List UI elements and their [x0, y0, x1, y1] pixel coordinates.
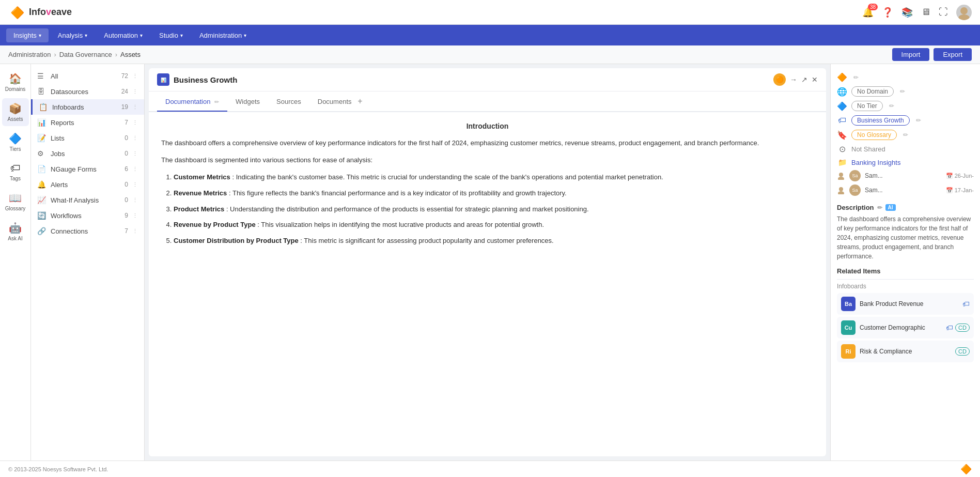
no-domain-edit-icon[interactable]: ✏	[900, 88, 905, 95]
infoboards-more: ⋮	[132, 104, 138, 111]
tag-edit-icon[interactable]: ✏	[916, 117, 921, 124]
sidebar-item-tiers[interactable]: 🔷 Tiers	[2, 128, 29, 156]
datasources-icon: 🗄	[37, 87, 46, 96]
user-avatar[interactable]	[956, 5, 972, 20]
list-datasources[interactable]: 🗄 Datasources 24 ⋮	[31, 84, 144, 99]
right-row-glossary: 🔖 No Glossary ✏	[837, 128, 974, 142]
tab-edit-icon[interactable]: ✏	[214, 99, 219, 105]
alerts-label: Alerts	[51, 181, 114, 189]
list-panel: ☰ All 72 ⋮ 🗄 Datasources 24 ⋮ 📋 Infoboar…	[31, 64, 145, 460]
list-all[interactable]: ☰ All 72 ⋮	[31, 68, 144, 84]
glossary-edit-icon[interactable]: ✏	[903, 131, 908, 139]
desc-text: The dashboard offers a comprehensive ove…	[837, 214, 974, 261]
notification-icon[interactable]: 🔔38	[862, 7, 874, 18]
nav-automation[interactable]: Automation ▾	[97, 28, 150, 42]
svg-point-2	[960, 7, 968, 14]
display-icon[interactable]: 🖥	[921, 7, 930, 18]
nav-insights[interactable]: Insights ▾	[6, 28, 49, 42]
tab-documents-add[interactable]: +	[353, 91, 366, 111]
sidebar-item-domains-label: Domains	[5, 86, 25, 92]
nav-chevron-automation: ▾	[140, 33, 143, 38]
navbar: Insights ▾ Analysis ▾ Automation ▾ Studi…	[0, 25, 980, 45]
library-icon[interactable]: 📚	[901, 7, 913, 18]
business-growth-tag[interactable]: Business Growth	[851, 115, 910, 126]
related-item-risk-compliance[interactable]: Ri Risk & Compliance CD	[837, 341, 974, 362]
list-reports[interactable]: 📊 Reports 7 ⋮	[31, 115, 144, 130]
doc-list-item-2: Revenue Metrics : This figure reflects t…	[174, 188, 814, 199]
risk-tag-cd: CD	[955, 347, 970, 356]
breadcrumb-actions: Import Export	[892, 48, 972, 61]
whatif-count: 0	[118, 196, 128, 204]
expand-icon[interactable]: ⛶	[939, 7, 948, 18]
panel-close-icon[interactable]: ✕	[812, 75, 818, 84]
list-whatif[interactable]: 📈 What-If Analysis 0 ⋮	[31, 192, 144, 208]
list-infoboards[interactable]: 📋 Infoboards 19 ⋮	[31, 99, 144, 115]
nav-analysis[interactable]: Analysis ▾	[51, 28, 95, 42]
tab-sources[interactable]: Sources	[268, 93, 309, 112]
related-item-bank-product[interactable]: Ba Bank Product Revenue 🏷	[837, 293, 974, 315]
right-row-not-shared: ⊙ Not Shared	[837, 142, 974, 156]
export-button[interactable]: Export	[934, 48, 972, 61]
whatif-more: ⋮	[132, 197, 138, 204]
tabs-bar: Documentation ✏ Widgets Sources Document…	[149, 91, 826, 112]
askai-icon: 🤖	[9, 222, 22, 234]
breadcrumb: Administration › Data Governance › Asset…	[8, 51, 141, 58]
right-panel: 🔶 ✏ 🌐 No Domain ✏ 🔷 No Tier ✏ 🏷 Business…	[830, 64, 980, 460]
doc-list-item-3-bold: Product Metrics	[174, 205, 224, 213]
calendar-icon-1: 📅	[946, 173, 953, 179]
doc-list-item-2-text: : This figure reflects the bank's financ…	[229, 189, 567, 197]
connections-icon: 🔗	[37, 227, 46, 235]
infoboards-icon: 📋	[39, 103, 48, 111]
workflows-count: 9	[118, 212, 128, 219]
list-ngauge-forms[interactable]: 📄 NGauge Forms 6 ⋮	[31, 161, 144, 177]
nav-studio[interactable]: Studio ▾	[152, 28, 190, 42]
sidebar-item-assets[interactable]: 📦 Assets	[2, 98, 29, 126]
panel-arrow-icon[interactable]: →	[790, 75, 797, 84]
panel-external-icon[interactable]: ↗	[801, 75, 807, 84]
breadcrumb-assets[interactable]: Assets	[120, 51, 141, 58]
no-tier-tag[interactable]: No Tier	[851, 101, 883, 111]
no-domain-tag[interactable]: No Domain	[851, 86, 894, 97]
user-name-2: Sam...	[865, 187, 942, 194]
right-row-tier: 🔷 No Tier ✏	[837, 99, 974, 113]
tab-widgets[interactable]: Widgets	[227, 93, 268, 112]
nav-administration[interactable]: Administration ▾	[192, 28, 254, 42]
list-jobs[interactable]: ⚙ Jobs 0 ⋮	[31, 146, 144, 161]
sidebar-item-glossary[interactable]: 📖 Glossary	[2, 188, 29, 216]
sidebar-item-askai[interactable]: 🤖 Ask AI	[2, 218, 29, 245]
help-icon[interactable]: ❓	[882, 7, 893, 18]
banking-insights-label[interactable]: Banking Insights	[851, 159, 900, 166]
breadcrumb-data-governance[interactable]: Data Governance	[59, 51, 112, 58]
domains-icon: 🏠	[9, 72, 22, 85]
workflows-icon: 🔄	[37, 211, 46, 220]
nav-chevron-studio: ▾	[180, 33, 183, 38]
no-glossary-tag[interactable]: No Glossary	[851, 130, 897, 140]
icon-sidebar: 🏠 Domains 📦 Assets 🔷 Tiers 🏷 Tags 📖 Glos…	[0, 64, 31, 460]
import-button[interactable]: Import	[892, 48, 930, 61]
desc-edit-icon[interactable]: ✏	[877, 204, 882, 211]
breadcrumb-administration[interactable]: Administration	[8, 51, 51, 58]
tiers-icon: 🔷	[9, 132, 22, 145]
no-tier-edit-icon[interactable]: ✏	[889, 102, 894, 110]
svg-text:📊: 📊	[161, 77, 167, 83]
tab-documentation[interactable]: Documentation ✏	[157, 93, 227, 112]
infoboards-label: Infoboards	[52, 103, 114, 111]
related-section: Related Items Infoboards Ba Bank Product…	[837, 267, 974, 362]
sidebar-item-domains[interactable]: 🏠 Domains	[2, 68, 29, 96]
sidebar-item-tags[interactable]: 🏷 Tags	[2, 158, 29, 186]
tab-documents[interactable]: Documents +	[309, 91, 375, 112]
reports-count: 7	[118, 119, 128, 126]
list-connections[interactable]: 🔗 Connections 7 ⋮	[31, 223, 144, 239]
svg-point-9	[838, 191, 844, 194]
sidebar-item-assets-label: Assets	[7, 116, 23, 122]
list-workflows[interactable]: 🔄 Workflows 9 ⋮	[31, 208, 144, 223]
doc-para-2: The dashboard is segmented into various …	[161, 155, 814, 166]
domain-edit-icon[interactable]: ✏	[853, 74, 859, 81]
not-shared-label: Not Shared	[851, 145, 885, 153]
related-divider-1	[837, 279, 974, 280]
datasources-label: Datasources	[51, 88, 114, 96]
list-lists[interactable]: 📝 Lists 0 ⋮	[31, 130, 144, 146]
list-alerts[interactable]: 🔔 Alerts 0 ⋮	[31, 177, 144, 192]
related-item-customer-demographic[interactable]: Cu Customer Demographic 🏷 CD	[837, 317, 974, 338]
svg-text:🔶: 🔶	[10, 6, 25, 20]
